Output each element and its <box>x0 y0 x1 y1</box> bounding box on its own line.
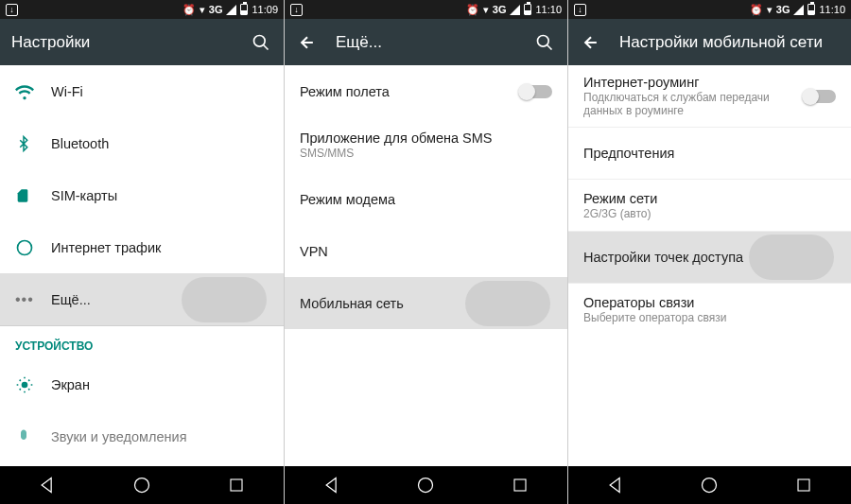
operators-item[interactable]: Операторы связи Выберите оператора связи <box>568 284 851 336</box>
page-title: Ещё... <box>336 33 516 52</box>
home-nav[interactable] <box>699 475 720 495</box>
wifi-status-icon: ▾ <box>483 4 489 16</box>
back-nav[interactable] <box>37 475 58 495</box>
item-sublabel: Подключаться к службам передачи данных в… <box>583 91 804 117</box>
airplane-toggle[interactable] <box>520 85 552 98</box>
clock: 11:10 <box>535 4 562 15</box>
item-sublabel: SMS/MMS <box>300 147 552 160</box>
sms-app-item[interactable]: Приложение для обмена SMS SMS/MMS <box>285 117 567 173</box>
svg-point-6 <box>538 35 549 46</box>
network-type: 3G <box>776 4 790 15</box>
sim-icon <box>15 186 30 205</box>
item-label: Звуки и уведомления <box>51 429 269 444</box>
item-label: Мобильная сеть <box>300 296 552 311</box>
notification-icon: ↓ <box>290 4 303 16</box>
status-bar: ↓ ⏰ ▾ 3G 11:09 <box>0 0 284 19</box>
airplane-item[interactable]: Режим полета <box>285 65 567 117</box>
alarm-icon: ⏰ <box>466 4 479 16</box>
item-label: Предпочтения <box>583 146 836 161</box>
wifi-icon <box>15 82 34 101</box>
search-button[interactable] <box>250 31 272 54</box>
network-type: 3G <box>209 4 223 15</box>
item-label: Bluetooth <box>51 136 269 151</box>
battery-icon <box>240 4 248 15</box>
item-label: Режим модема <box>300 192 552 207</box>
nav-bar <box>568 466 851 504</box>
more-list: Режим полета Приложение для обмена SMS S… <box>285 65 567 466</box>
status-bar: ↓ ⏰ ▾ 3G 11:10 <box>285 0 567 19</box>
recent-nav[interactable] <box>793 475 814 495</box>
sound-icon <box>15 427 32 446</box>
roaming-toggle[interactable] <box>804 90 836 103</box>
bluetooth-item[interactable]: Bluetooth <box>0 117 284 169</box>
svg-rect-9 <box>514 479 526 491</box>
sim-item[interactable]: SIM-карты <box>0 169 284 221</box>
notification-icon: ↓ <box>574 4 586 16</box>
wifi-item[interactable]: Wi-Fi <box>0 65 284 117</box>
app-bar: Настройки <box>0 19 284 65</box>
app-bar: Настройки мобильной сети <box>568 19 851 65</box>
network-type: 3G <box>493 4 507 15</box>
back-button[interactable] <box>580 31 602 54</box>
display-icon <box>15 375 34 394</box>
more-item[interactable]: ••• Ещё... <box>0 273 284 325</box>
item-label: Интернет трафик <box>51 240 269 255</box>
app-bar: Ещё... <box>285 19 567 65</box>
signal-icon <box>226 5 236 15</box>
item-label: SIM-карты <box>51 188 269 203</box>
wifi-status-icon: ▾ <box>767 4 773 16</box>
network-mode-item[interactable]: Режим сети 2G/3G (авто) <box>568 180 851 232</box>
mobile-network-item[interactable]: Мобильная сеть <box>285 277 567 329</box>
bluetooth-icon <box>15 134 32 153</box>
sound-item[interactable]: Звуки и уведомления <box>0 410 284 462</box>
display-item[interactable]: Экран <box>0 358 284 410</box>
item-label: Wi-Fi <box>51 84 269 99</box>
svg-line-7 <box>547 44 552 49</box>
notification-icon: ↓ <box>6 4 18 16</box>
search-button[interactable] <box>533 31 556 54</box>
page-title: Настройки мобильной сети <box>619 33 840 52</box>
wifi-status-icon: ▾ <box>200 4 205 16</box>
svg-point-8 <box>419 478 433 493</box>
item-label: Экран <box>51 377 269 392</box>
section-device: УСТРОЙСТВО <box>0 326 284 358</box>
item-sublabel: 2G/3G (авто) <box>583 207 836 220</box>
preferences-item[interactable]: Предпочтения <box>568 128 851 180</box>
svg-point-0 <box>254 35 266 46</box>
settings-list: Wi-Fi Bluetooth SIM-карты Интернет трафи… <box>0 65 284 466</box>
svg-point-3 <box>22 381 28 388</box>
item-sublabel: Выберите оператора связи <box>583 311 836 324</box>
tether-item[interactable]: Режим модема <box>285 173 567 225</box>
roaming-item[interactable]: Интернет-роуминг Подключаться к службам … <box>568 65 851 128</box>
svg-line-1 <box>264 44 269 49</box>
item-label: VPN <box>300 244 552 259</box>
svg-rect-11 <box>798 479 809 491</box>
battery-icon <box>808 4 815 15</box>
back-nav[interactable] <box>321 475 342 495</box>
alarm-icon: ⏰ <box>750 4 763 16</box>
home-nav[interactable] <box>131 475 152 495</box>
item-label: Настройки точек доступа <box>583 250 836 265</box>
clock: 11:10 <box>819 4 845 15</box>
back-button[interactable] <box>296 31 319 54</box>
alarm-icon: ⏰ <box>182 4 196 16</box>
battery-icon <box>524 4 531 15</box>
vpn-item[interactable]: VPN <box>285 225 567 277</box>
data-usage-item[interactable]: Интернет трафик <box>0 221 284 273</box>
status-bar: ↓ ⏰ ▾ 3G 11:10 <box>568 0 851 19</box>
nav-bar <box>285 466 567 504</box>
signal-icon <box>510 5 520 15</box>
back-nav[interactable] <box>605 475 626 495</box>
svg-rect-5 <box>231 479 242 491</box>
clock: 11:09 <box>252 4 278 15</box>
more-icon: ••• <box>15 291 34 308</box>
apn-item[interactable]: Настройки точек доступа <box>568 232 851 284</box>
item-label: Приложение для обмена SMS <box>300 130 552 146</box>
item-label: Режим сети <box>583 191 836 206</box>
home-nav[interactable] <box>415 475 436 495</box>
recent-nav[interactable] <box>510 475 530 495</box>
mobile-settings-list: Интернет-роуминг Подключаться к службам … <box>568 65 851 466</box>
nav-bar <box>0 466 284 504</box>
recent-nav[interactable] <box>226 475 247 495</box>
data-icon <box>15 238 34 257</box>
